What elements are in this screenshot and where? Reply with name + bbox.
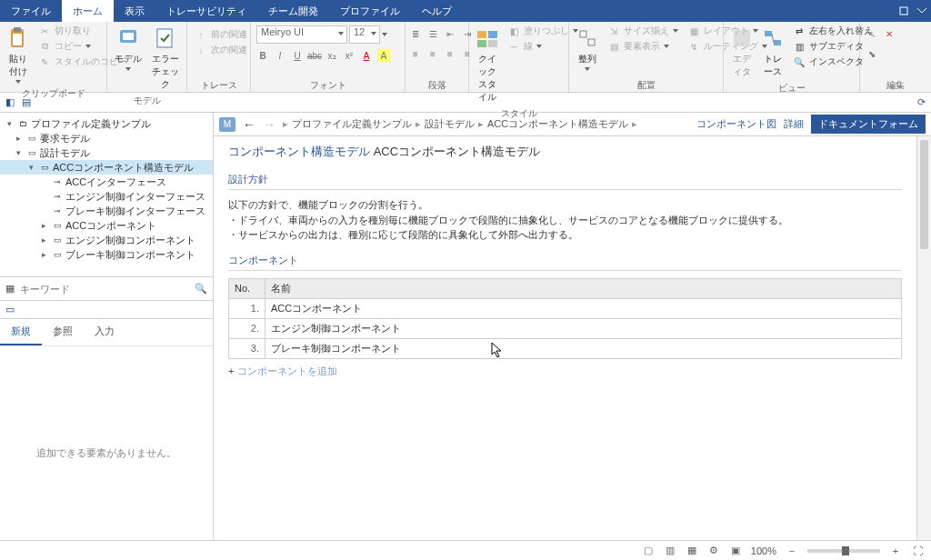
tree-item[interactable]: 設計モデル <box>40 146 90 160</box>
outdent-icon[interactable]: ⇤ <box>444 27 456 40</box>
zoom-out-icon[interactable]: − <box>786 545 798 557</box>
tree-item[interactable]: エンジン制御インターフェース <box>65 190 205 204</box>
arrow-cursor-icon[interactable]: ⬊ <box>866 47 878 60</box>
tree-item[interactable]: 要求モデル <box>40 132 90 145</box>
resize-button[interactable]: ⇲サイズ揃え <box>604 24 682 38</box>
menu-tab-help[interactable]: ヘルプ <box>411 0 463 22</box>
window-collapse-icon[interactable] <box>913 0 931 22</box>
window-restore-icon[interactable] <box>895 0 913 22</box>
tree-tool-icon[interactable]: ◧ <box>5 96 15 108</box>
svg-rect-0 <box>900 7 907 15</box>
menu-tab-file[interactable]: ファイル <box>0 0 62 22</box>
table-row[interactable]: 1.ACCコンポーネント <box>229 298 902 318</box>
editor-button[interactable]: エディタ <box>727 24 756 80</box>
link-component-diagram[interactable]: コンポーネント図 <box>696 117 776 131</box>
fit-icon[interactable]: ⛶ <box>911 545 924 557</box>
bullet-list-icon[interactable]: ≣ <box>409 27 422 40</box>
group-view-label: ビュー <box>724 82 859 95</box>
sidebar-tabs: 新規 参照 入力 <box>0 318 213 345</box>
search-input[interactable] <box>20 284 189 295</box>
scrollbar-thumb[interactable] <box>920 140 928 249</box>
ribbon: 貼り付け ✂切り取り ⧉コピー ✎スタイルのコピー クリップボード モデル エラ… <box>0 22 931 93</box>
number-list-icon[interactable]: ☰ <box>426 27 439 40</box>
scrollbar[interactable] <box>916 136 931 560</box>
close-icon[interactable]: ✕ <box>883 27 896 40</box>
crumb-item[interactable]: プロファイル定義サンプル <box>292 117 412 131</box>
menu-tab-profile[interactable]: プロファイル <box>329 0 411 22</box>
nav-forward-icon[interactable]: → <box>263 117 275 132</box>
tree-tool-icon[interactable]: ▤ <box>22 96 31 108</box>
status-icon[interactable]: ▣ <box>729 545 742 557</box>
align-center-icon[interactable]: ≡ <box>426 47 439 60</box>
tree-item[interactable]: ブレーキ制御インターフェース <box>65 205 205 218</box>
component-icon: ▭ <box>51 235 64 245</box>
arrow-down-icon: ↓ <box>195 44 207 56</box>
bold-icon[interactable]: B <box>256 49 269 62</box>
tree-item[interactable]: ブレーキ制御コンポーネント <box>65 248 195 262</box>
nav-back-icon[interactable]: ← <box>243 117 255 132</box>
group-paragraph-label: 段落 <box>405 79 468 92</box>
table-row[interactable]: 2.エンジン制御コンポーネント <box>229 318 902 338</box>
tree-item[interactable]: ACCコンポーネント <box>65 219 156 233</box>
chevron-down-icon[interactable] <box>382 33 387 36</box>
tree-root[interactable]: プロファイル定義サンプル <box>31 117 151 131</box>
menu-tab-home[interactable]: ホーム <box>62 0 114 22</box>
menu-tab-trace[interactable]: トレーサビリティ <box>155 0 257 22</box>
paste-button[interactable]: 貼り付け <box>4 24 33 85</box>
link-detail[interactable]: 詳細 <box>784 117 804 131</box>
font-size-select[interactable]: 12 <box>349 25 380 44</box>
font-family-select[interactable]: Meiryo UI <box>256 25 347 44</box>
editor-icon <box>729 25 755 51</box>
tab-input[interactable]: 入力 <box>84 319 125 345</box>
subscript-icon[interactable]: x₂ <box>325 49 338 62</box>
status-icon[interactable]: ▥ <box>664 545 676 557</box>
prev-relation-button[interactable]: ↑前の関連 <box>191 27 251 42</box>
tab-new[interactable]: 新規 <box>0 319 42 345</box>
component-icon: ▭ <box>51 249 64 260</box>
chevron-down-icon <box>371 32 376 35</box>
trace-view-button[interactable]: トレース <box>758 24 787 80</box>
component-table: No.名前 1.ACCコンポーネント 2.エンジン制御コンポーネント 3.ブレー… <box>228 278 902 359</box>
status-icon[interactable]: ▦ <box>686 545 698 557</box>
content-area: M ← → ▸プロファイル定義サンプル ▸設計モデル ▸ACCコンポーネント構造… <box>214 113 931 560</box>
add-component-link[interactable]: +コンポーネントを追加 <box>228 365 902 378</box>
align-button[interactable]: 整列 <box>573 24 602 73</box>
highlight-icon[interactable]: A <box>377 49 390 62</box>
errorcheck-button[interactable]: エラーチェック <box>148 24 184 93</box>
italic-icon[interactable]: I <box>274 49 286 62</box>
crumb-item[interactable]: ACCコンポーネント構造モデル <box>487 117 628 131</box>
panel-icon[interactable]: ▭ <box>5 304 15 315</box>
model-tree[interactable]: ▾🗀プロファイル定義サンプル ▸▭要求モデル ▾▭設計モデル ▾▭ACCコンポー… <box>0 113 213 276</box>
align-left-icon[interactable]: ≡ <box>409 47 422 60</box>
quickstyle-button[interactable]: クイック スタイル <box>473 24 502 105</box>
status-icon[interactable]: ▢ <box>642 545 655 557</box>
show-elem-button[interactable]: ▤要素表示 <box>604 39 682 54</box>
zoom-slider[interactable] <box>807 549 880 553</box>
tree-refresh-icon[interactable]: ⟳ <box>917 96 926 108</box>
underline-icon[interactable]: U <box>291 49 304 62</box>
check-icon <box>153 25 178 51</box>
tree-item[interactable]: エンジン制御コンポーネント <box>65 234 195 247</box>
tree-item-selected[interactable]: ACCコンポーネント構造モデル <box>53 161 194 175</box>
align-right-icon[interactable]: ≡ <box>444 47 456 60</box>
tab-ref[interactable]: 参照 <box>42 319 84 345</box>
pointer-icon[interactable]: ↖ <box>866 27 878 40</box>
tree-item[interactable]: ACCインターフェース <box>65 175 166 189</box>
next-relation-button[interactable]: ↓次の関連 <box>191 43 251 57</box>
svg-rect-15 <box>774 40 781 45</box>
font-color-icon[interactable]: A <box>360 49 373 62</box>
zoom-in-icon[interactable]: + <box>889 545 902 557</box>
brush-icon: ✎ <box>38 55 51 68</box>
search-icon[interactable]: 🔍 <box>195 283 207 295</box>
table-row[interactable]: 3.ブレーキ制御コンポーネント <box>229 338 902 358</box>
crumb-item[interactable]: 設計モデル <box>425 117 475 131</box>
content-toolbar: M ← → ▸プロファイル定義サンプル ▸設計モデル ▸ACCコンポーネント構造… <box>214 113 931 136</box>
docform-button[interactable]: ドキュメントフォーム <box>811 115 926 134</box>
menu-tab-team[interactable]: チーム開発 <box>257 0 329 22</box>
superscript-icon[interactable]: x² <box>343 49 355 62</box>
strike-icon[interactable]: abc <box>308 49 321 62</box>
menu-tab-view[interactable]: 表示 <box>114 0 155 22</box>
filter-icon[interactable]: ▦ <box>5 283 15 295</box>
status-icon[interactable]: ⚙ <box>707 545 720 557</box>
model-button[interactable]: モデル <box>111 24 146 73</box>
